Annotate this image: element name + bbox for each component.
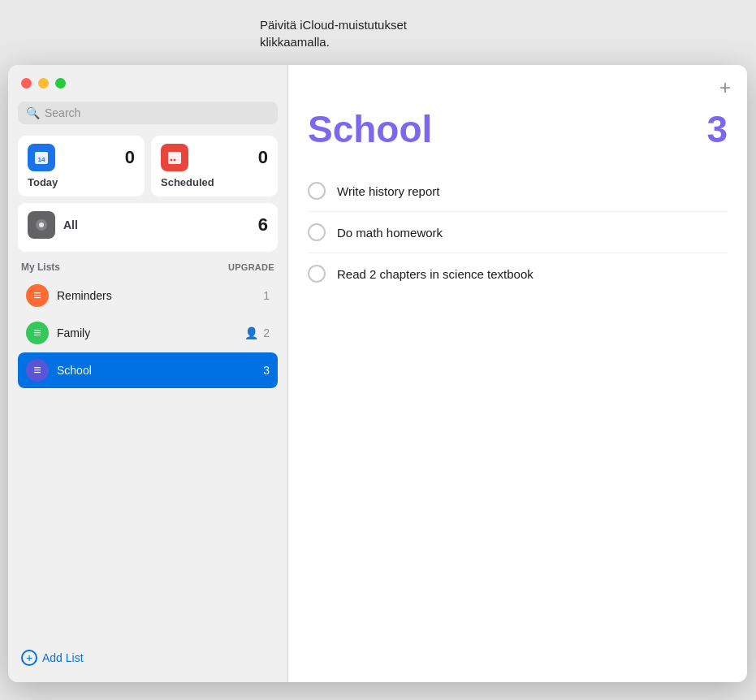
- tooltip-line1: Päivitä iCloud-muistutukset: [260, 18, 407, 32]
- all-card[interactable]: All 6: [18, 203, 278, 252]
- task-text-2: Do math homework: [337, 226, 443, 240]
- scheduled-label: Scheduled: [161, 176, 268, 188]
- maximize-button[interactable]: [55, 78, 66, 89]
- svg-point-6: [174, 159, 176, 162]
- task-list: Write history report Do math homework Re…: [308, 171, 728, 294]
- sidebar: 🔍 Search 14 0 Today: [8, 65, 288, 682]
- reminders-meta: 1: [263, 289, 270, 302]
- task-checkbox-1[interactable]: [308, 182, 326, 200]
- today-count: 0: [125, 147, 135, 168]
- list-header: School 3: [308, 107, 728, 151]
- all-count: 6: [258, 214, 268, 235]
- list-item-family[interactable]: ≡ Family 👤 2: [18, 315, 278, 351]
- add-task-button[interactable]: +: [719, 78, 731, 97]
- today-card[interactable]: 14 0 Today: [18, 136, 145, 197]
- task-item-1[interactable]: Write history report: [308, 171, 728, 212]
- all-icon: [28, 211, 55, 239]
- scheduled-icon: [161, 144, 188, 171]
- add-list-label: Add List: [42, 651, 84, 664]
- list-item-reminders[interactable]: ≡ Reminders 1: [18, 278, 278, 313]
- search-bar[interactable]: 🔍 Search: [18, 102, 278, 124]
- main-content: + School 3 Write history report Do math …: [288, 65, 747, 682]
- traffic-lights: [18, 78, 278, 89]
- minimize-button[interactable]: [38, 78, 49, 89]
- close-button[interactable]: [21, 78, 32, 89]
- family-count: 2: [263, 326, 270, 339]
- app-window: 🔍 Search 14 0 Today: [8, 65, 747, 682]
- svg-point-5: [171, 159, 173, 162]
- task-text-3: Read 2 chapters in science textbook: [337, 267, 534, 281]
- reminders-name: Reminders: [57, 289, 255, 302]
- list-count: 3: [706, 107, 728, 151]
- task-checkbox-3[interactable]: [308, 265, 326, 283]
- tooltip-line2: klikkaamalla.: [260, 35, 330, 49]
- task-text-1: Write history report: [337, 184, 439, 198]
- svg-point-8: [39, 223, 44, 227]
- tooltip: Päivitä iCloud-muistutukset klikkaamalla…: [260, 16, 407, 50]
- family-meta: 👤 2: [244, 326, 270, 339]
- search-icon: 🔍: [26, 106, 40, 119]
- school-count: 3: [263, 364, 270, 377]
- search-placeholder: Search: [45, 106, 80, 119]
- school-name: School: [57, 364, 255, 377]
- scheduled-count: 0: [258, 147, 268, 168]
- school-meta: 3: [263, 364, 270, 377]
- scheduled-card[interactable]: 0 Scheduled: [151, 136, 278, 197]
- add-list-circle-icon: +: [21, 650, 37, 666]
- today-icon: 14: [28, 144, 55, 171]
- reminders-icon: ≡: [26, 284, 49, 307]
- upgrade-button[interactable]: UPGRADE: [228, 262, 274, 272]
- family-icon: ≡: [26, 322, 49, 344]
- task-item-3[interactable]: Read 2 chapters in science textbook: [308, 253, 728, 294]
- svg-rect-4: [168, 152, 181, 156]
- task-item-2[interactable]: Do math homework: [308, 212, 728, 253]
- add-list-button[interactable]: + Add List: [18, 640, 278, 672]
- list-title: School: [308, 107, 432, 151]
- task-checkbox-2[interactable]: [308, 223, 326, 241]
- all-label: All: [63, 218, 78, 231]
- shared-icon: 👤: [244, 326, 258, 339]
- school-icon: ≡: [26, 359, 49, 382]
- svg-text:14: 14: [38, 156, 45, 163]
- list-items: ≡ Reminders 1 ≡ Family 👤 2: [18, 278, 278, 388]
- today-label: Today: [28, 176, 135, 188]
- my-lists-title: My Lists: [21, 261, 60, 273]
- reminders-count: 1: [263, 289, 270, 302]
- my-lists-header: My Lists UPGRADE: [18, 261, 278, 273]
- family-name: Family: [57, 326, 236, 339]
- smart-lists: 14 0 Today: [18, 136, 278, 252]
- list-item-school[interactable]: ≡ School 3: [18, 352, 278, 388]
